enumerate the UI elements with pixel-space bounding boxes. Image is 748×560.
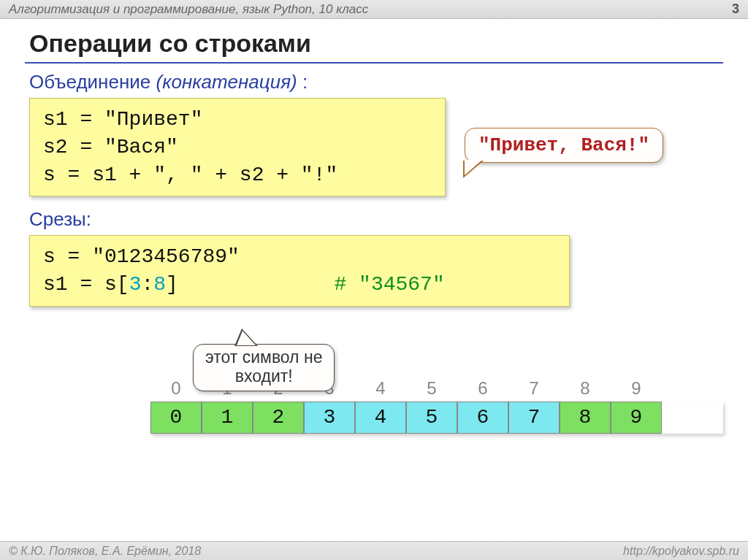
page-number: 3 xyxy=(732,1,739,17)
code-comment: # "34567" xyxy=(335,273,445,296)
section-word: Объединение xyxy=(29,71,150,93)
index-cell: 5 xyxy=(406,402,457,434)
result-bubble: "Привет, Вася!" xyxy=(465,128,663,163)
index-cell: 9 xyxy=(611,402,662,434)
index-label: 7 xyxy=(508,378,560,399)
code-line: s2 = "Вася" xyxy=(43,134,432,161)
code-concat: s1 = "Привет" s2 = "Вася" s = s1 + ", " … xyxy=(29,98,446,196)
slice-start: 3 xyxy=(129,273,142,296)
index-cell: 3 xyxy=(304,402,355,434)
code-line: s1 = s[3:8] # "34567" xyxy=(43,271,556,299)
breadcrumb: Алгоритмизация и программирование, язык … xyxy=(9,2,368,17)
code-slice: s = "0123456789" s1 = s[3:8] # "34567" xyxy=(29,235,570,307)
callout-line: этот символ не xyxy=(205,348,322,367)
footer-right: http://kpolyakov.spb.ru xyxy=(623,545,739,558)
bubble-tail-icon xyxy=(463,161,484,178)
page-title: Операции со строками xyxy=(25,29,723,58)
section-slice-head: Срезы: xyxy=(25,208,723,231)
slide-header: Алгоритмизация и программирование, язык … xyxy=(0,0,748,19)
index-cell: 4 xyxy=(355,402,406,434)
code-frag: : xyxy=(141,273,153,296)
callout-line: входит! xyxy=(205,367,322,386)
index-cell: 0 xyxy=(150,402,202,434)
code-line: s = "0123456789" xyxy=(43,243,556,271)
slice-note-callout: этот символ не входит! xyxy=(193,344,335,391)
footer-left: © К.Ю. Поляков, Е.А. Ерёмин, 2018 xyxy=(9,545,201,558)
slide-content: Операции со строками Объединение (конкат… xyxy=(0,19,748,434)
slide-footer: © К.Ю. Поляков, Е.А. Ерёмин, 2018 http:/… xyxy=(0,541,748,560)
bubble-text: "Привет, Вася!" xyxy=(478,134,649,156)
code-line: s = s1 + ", " + s2 + "!" xyxy=(43,161,432,189)
section-colon: : xyxy=(297,71,308,93)
section-ital: (конкатенация) xyxy=(156,71,297,93)
index-label: 9 xyxy=(611,378,662,399)
index-label: 5 xyxy=(406,378,457,399)
index-cell: 8 xyxy=(560,402,611,434)
code-frag: s1 = s[ xyxy=(43,273,129,296)
index-label: 6 xyxy=(457,378,508,399)
index-cell: 6 xyxy=(457,402,508,434)
index-cell: 2 xyxy=(253,402,304,434)
index-label: 8 xyxy=(560,378,611,399)
code-line: s1 = "Привет" xyxy=(43,106,432,134)
index-label: 4 xyxy=(355,378,406,399)
title-rule xyxy=(25,62,723,64)
code-frag: ] xyxy=(166,273,178,296)
slice-end: 8 xyxy=(153,273,166,296)
section-concat-head: Объединение (конкатенация) : xyxy=(25,71,723,93)
index-cell: 7 xyxy=(508,402,560,434)
callout-tail-icon xyxy=(234,329,258,346)
index-cell: 1 xyxy=(202,402,253,434)
index-cells: 0123456789 xyxy=(150,402,723,434)
